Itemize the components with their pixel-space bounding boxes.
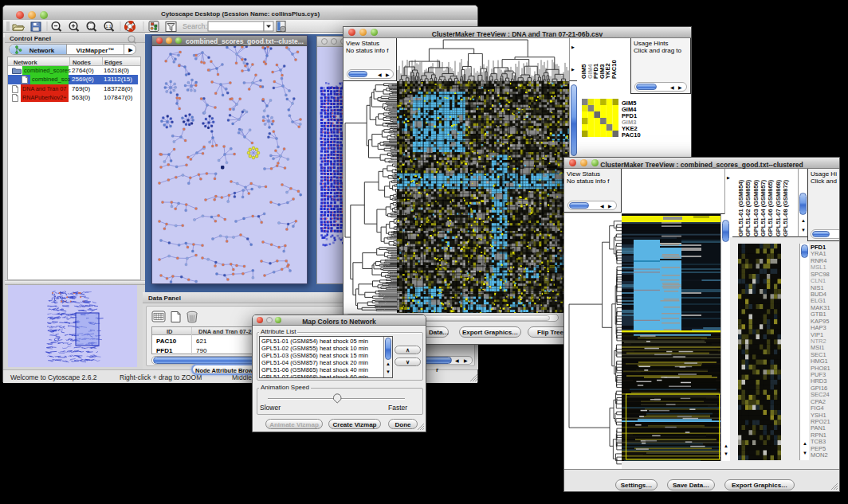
- svg-text:Search:: Search:: [183, 22, 207, 30]
- svg-text:1:1: 1:1: [106, 24, 112, 29]
